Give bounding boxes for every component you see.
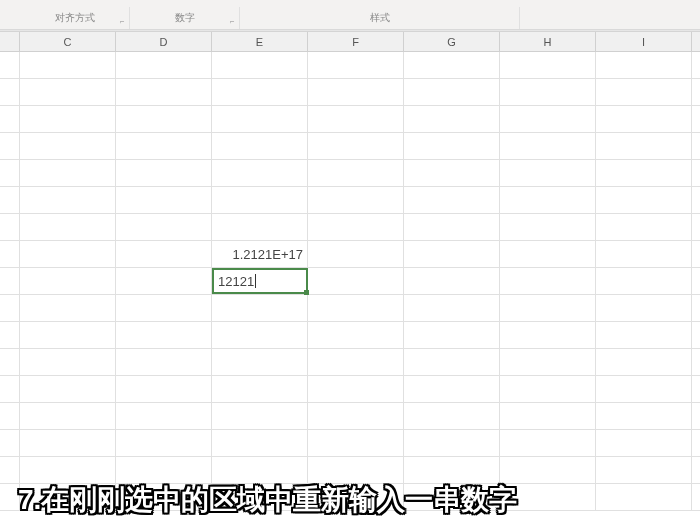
ribbon: 对齐方式 ⌐ 数字 ⌐ 样式: [0, 0, 700, 30]
col-header-G[interactable]: G: [404, 32, 500, 51]
col-header-H[interactable]: H: [500, 32, 596, 51]
ribbon-label: 对齐方式: [55, 11, 95, 25]
col-header-D[interactable]: D: [116, 32, 212, 51]
col-header-E[interactable]: E: [212, 32, 308, 51]
dialog-launcher-icon[interactable]: ⌐: [227, 17, 237, 27]
column-headers: C D E F G H I: [0, 32, 700, 52]
select-all-corner[interactable]: [0, 32, 20, 51]
col-header-C[interactable]: C: [20, 32, 116, 51]
ribbon-label: 样式: [370, 11, 390, 25]
col-header-I[interactable]: I: [596, 32, 692, 51]
ribbon-label: 数字: [175, 11, 195, 25]
ribbon-group-alignment: 对齐方式 ⌐: [20, 7, 130, 29]
dialog-launcher-icon[interactable]: ⌐: [117, 17, 127, 27]
cell-edit-value: 12121: [218, 274, 254, 289]
ribbon-group-number: 数字 ⌐: [130, 7, 240, 29]
ribbon-group-styles: 样式: [240, 7, 520, 29]
spreadsheet-grid[interactable]: 1.2121E+17 12121: [0, 52, 700, 511]
cell-E9[interactable]: 1.2121E+17: [212, 241, 308, 267]
cell-E10-editing[interactable]: 12121: [212, 268, 308, 294]
col-header-F[interactable]: F: [308, 32, 404, 51]
text-cursor-icon: [255, 274, 256, 288]
